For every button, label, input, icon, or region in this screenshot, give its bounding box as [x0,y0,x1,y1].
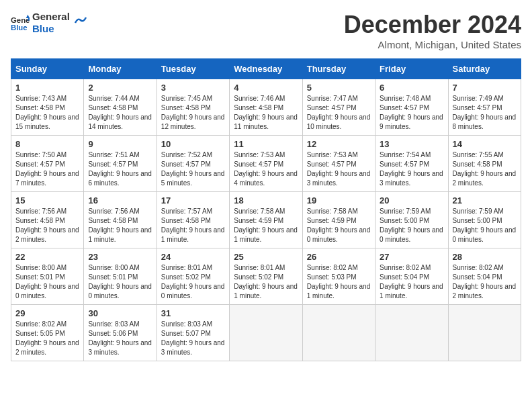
calendar-day-cell: 21 Sunrise: 7:59 AM Sunset: 5:00 PM Dayl… [448,192,521,248]
calendar-day-cell: 23 Sunrise: 8:00 AM Sunset: 5:01 PM Dayl… [84,248,157,305]
day-info: Sunrise: 7:53 AM Sunset: 4:57 PM Dayligh… [234,150,298,188]
day-number: 14 [453,139,517,149]
day-info: Sunrise: 7:58 AM Sunset: 4:59 PM Dayligh… [234,207,298,244]
calendar-day-cell: 7 Sunrise: 7:49 AM Sunset: 4:57 PM Dayli… [448,79,521,136]
calendar-day-cell: 27 Sunrise: 8:02 AM Sunset: 5:04 PM Dayl… [375,248,448,305]
column-header-tuesday: Tuesday [157,59,229,79]
day-info: Sunrise: 7:54 AM Sunset: 4:57 PM Dayligh… [380,150,443,188]
day-number: 20 [380,195,443,205]
day-info: Sunrise: 7:43 AM Sunset: 4:58 PM Dayligh… [15,94,79,132]
day-number: 9 [88,139,152,149]
logo-wave-icon [74,13,87,27]
title-area: December 2024 Almont, Michigan, United S… [344,11,521,50]
column-header-thursday: Thursday [302,59,375,79]
calendar-day-cell [448,305,521,361]
calendar-day-cell: 26 Sunrise: 8:02 AM Sunset: 5:03 PM Dayl… [302,248,375,305]
day-number: 26 [307,252,371,262]
day-info: Sunrise: 8:00 AM Sunset: 5:01 PM Dayligh… [88,263,152,301]
day-info: Sunrise: 7:52 AM Sunset: 4:57 PM Dayligh… [161,150,225,188]
day-info: Sunrise: 7:57 AM Sunset: 4:58 PM Dayligh… [161,207,225,244]
day-number: 12 [307,139,371,149]
calendar-day-cell: 19 Sunrise: 7:58 AM Sunset: 4:59 PM Dayl… [302,192,375,248]
day-info: Sunrise: 7:47 AM Sunset: 4:57 PM Dayligh… [307,94,371,132]
day-number: 1 [15,83,79,93]
day-info: Sunrise: 7:48 AM Sunset: 4:57 PM Dayligh… [380,94,443,132]
day-info: Sunrise: 7:46 AM Sunset: 4:58 PM Dayligh… [234,94,298,132]
day-number: 15 [15,195,79,205]
column-header-wednesday: Wednesday [230,59,302,79]
day-number: 25 [234,252,298,262]
day-number: 27 [380,252,443,262]
calendar-day-cell: 20 Sunrise: 7:59 AM Sunset: 5:00 PM Dayl… [375,192,448,248]
calendar-day-cell: 13 Sunrise: 7:54 AM Sunset: 4:57 PM Dayl… [375,136,448,192]
day-number: 23 [88,252,152,262]
day-number: 29 [15,308,79,318]
day-number: 10 [161,139,225,149]
calendar-day-cell: 24 Sunrise: 8:01 AM Sunset: 5:02 PM Dayl… [157,248,229,305]
header: General Blue General Blue December 2024 … [11,11,521,50]
svg-text:Blue: Blue [11,24,28,32]
calendar-day-cell: 29 Sunrise: 8:02 AM Sunset: 5:05 PM Dayl… [11,305,84,361]
column-header-saturday: Saturday [448,59,521,79]
calendar-body: 1 Sunrise: 7:43 AM Sunset: 4:58 PM Dayli… [11,79,521,361]
day-info: Sunrise: 7:58 AM Sunset: 4:59 PM Dayligh… [307,207,371,244]
calendar-day-cell: 15 Sunrise: 7:56 AM Sunset: 4:58 PM Dayl… [11,192,84,248]
logo-line1: General [32,11,70,23]
day-info: Sunrise: 8:02 AM Sunset: 5:04 PM Dayligh… [453,263,517,301]
day-info: Sunrise: 7:56 AM Sunset: 4:58 PM Dayligh… [88,207,152,244]
day-info: Sunrise: 8:02 AM Sunset: 5:05 PM Dayligh… [15,320,79,357]
calendar-day-cell: 3 Sunrise: 7:45 AM Sunset: 4:58 PM Dayli… [157,79,229,136]
day-number: 28 [453,252,517,262]
calendar-day-cell: 16 Sunrise: 7:56 AM Sunset: 4:58 PM Dayl… [84,192,157,248]
day-number: 19 [307,195,371,205]
day-number: 21 [453,195,517,205]
day-number: 5 [307,83,371,93]
day-number: 11 [234,139,298,149]
calendar-day-cell: 22 Sunrise: 8:00 AM Sunset: 5:01 PM Dayl… [11,248,84,305]
day-info: Sunrise: 8:00 AM Sunset: 5:01 PM Dayligh… [15,263,79,301]
day-info: Sunrise: 8:02 AM Sunset: 5:03 PM Dayligh… [307,263,371,301]
calendar-day-cell: 14 Sunrise: 7:55 AM Sunset: 4:58 PM Dayl… [448,136,521,192]
day-number: 13 [380,139,443,149]
day-info: Sunrise: 8:02 AM Sunset: 5:04 PM Dayligh… [380,263,443,301]
day-info: Sunrise: 7:50 AM Sunset: 4:57 PM Dayligh… [15,150,79,188]
day-number: 2 [88,83,152,93]
logo-icon: General Blue [11,13,30,32]
day-number: 4 [234,83,298,93]
calendar-day-cell [230,305,302,361]
calendar-day-cell: 18 Sunrise: 7:58 AM Sunset: 4:59 PM Dayl… [230,192,302,248]
calendar-day-cell [302,305,375,361]
calendar-week-row: 8 Sunrise: 7:50 AM Sunset: 4:57 PM Dayli… [11,136,521,192]
day-number: 30 [88,308,152,318]
calendar-day-cell: 17 Sunrise: 7:57 AM Sunset: 4:58 PM Dayl… [157,192,229,248]
day-info: Sunrise: 7:53 AM Sunset: 4:57 PM Dayligh… [307,150,371,188]
column-header-friday: Friday [375,59,448,79]
calendar-day-cell: 11 Sunrise: 7:53 AM Sunset: 4:57 PM Dayl… [230,136,302,192]
day-info: Sunrise: 7:51 AM Sunset: 4:57 PM Dayligh… [88,150,152,188]
day-number: 8 [15,139,79,149]
calendar-day-cell: 2 Sunrise: 7:44 AM Sunset: 4:58 PM Dayli… [84,79,157,136]
calendar-day-cell: 31 Sunrise: 8:03 AM Sunset: 5:07 PM Dayl… [157,305,229,361]
day-number: 3 [161,83,225,93]
day-info: Sunrise: 7:55 AM Sunset: 4:58 PM Dayligh… [453,150,517,188]
day-info: Sunrise: 7:59 AM Sunset: 5:00 PM Dayligh… [380,207,443,244]
calendar-day-cell: 25 Sunrise: 8:01 AM Sunset: 5:02 PM Dayl… [230,248,302,305]
calendar-day-cell: 12 Sunrise: 7:53 AM Sunset: 4:57 PM Dayl… [302,136,375,192]
calendar-header-row: SundayMondayTuesdayWednesdayThursdayFrid… [11,59,521,79]
calendar-week-row: 1 Sunrise: 7:43 AM Sunset: 4:58 PM Dayli… [11,79,521,136]
day-info: Sunrise: 7:45 AM Sunset: 4:58 PM Dayligh… [161,94,225,132]
calendar-week-row: 22 Sunrise: 8:00 AM Sunset: 5:01 PM Dayl… [11,248,521,305]
calendar-table: SundayMondayTuesdayWednesdayThursdayFrid… [11,58,521,361]
calendar-day-cell: 1 Sunrise: 7:43 AM Sunset: 4:58 PM Dayli… [11,79,84,136]
day-info: Sunrise: 8:03 AM Sunset: 5:06 PM Dayligh… [88,320,152,357]
calendar-subtitle: Almont, Michigan, United States [344,39,521,50]
calendar-day-cell: 28 Sunrise: 8:02 AM Sunset: 5:04 PM Dayl… [448,248,521,305]
day-info: Sunrise: 8:03 AM Sunset: 5:07 PM Dayligh… [161,320,225,357]
day-number: 22 [15,252,79,262]
calendar-day-cell [375,305,448,361]
column-header-sunday: Sunday [11,59,84,79]
calendar-day-cell: 4 Sunrise: 7:46 AM Sunset: 4:58 PM Dayli… [230,79,302,136]
calendar-week-row: 15 Sunrise: 7:56 AM Sunset: 4:58 PM Dayl… [11,192,521,248]
calendar-title: December 2024 [344,11,521,39]
day-info: Sunrise: 7:56 AM Sunset: 4:58 PM Dayligh… [15,207,79,244]
